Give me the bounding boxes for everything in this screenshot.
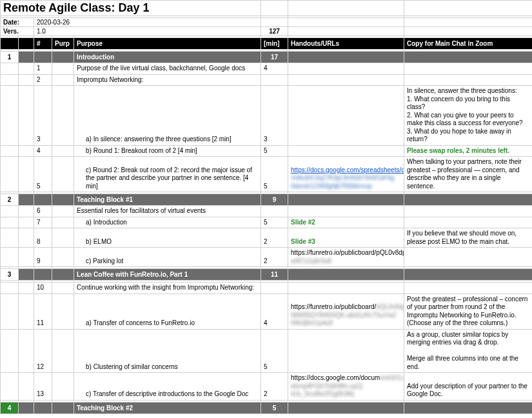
table-row: 3 a) In silence: answering the three que… — [1, 86, 533, 146]
handout-link[interactable]: Slide #2 — [288, 217, 404, 228]
copy-text: If you believe that we should move on, p… — [404, 228, 532, 248]
col-purp: Purp — [52, 38, 74, 50]
section-teaching-1: 2 Teaching Block #1 9 — [1, 194, 533, 206]
table-row: 6 Essential rules for facilitators of vi… — [1, 206, 533, 217]
table-row: 12 b) Clustering of similar concerns 5 A… — [1, 329, 533, 373]
copy-text: Add your description of your partner to … — [404, 373, 532, 401]
handout-link[interactable]: Slide #3 — [288, 228, 404, 248]
copy-text: Post the greatest – professional – conce… — [404, 294, 532, 329]
table-row: 5 c) Round 2: Break out room of 2: recor… — [1, 157, 533, 192]
column-header-row: # Purp Purpose [min] Handouts/URLs Copy … — [1, 38, 533, 50]
section-introduction: 1 Introduction 17 — [1, 52, 533, 63]
vers-label: Vers. — [1, 27, 34, 36]
handout-link[interactable]: https://docs.google.com/spreadsheets/d/1… — [288, 157, 404, 192]
table-row: 2 Impromptu Networking: — [1, 74, 533, 86]
table-row: 11 a) Transfer of concerns to FunRetro.i… — [1, 294, 533, 329]
copy-text: In silence, answer the three questions:1… — [404, 86, 532, 146]
page-title: Remote Agile Class: Day 1 — [1, 1, 261, 16]
table-row: 9 c) Parking lot 2 https://funretro.io/p… — [1, 248, 533, 267]
copy-text: When talking to your partners, note thei… — [404, 157, 532, 192]
handout-link[interactable]: https://funretro.io/publicboard/pQL0v8dp… — [288, 248, 404, 267]
copy-text: Please swap roles, 2 minutes left. — [404, 145, 532, 157]
handout-link[interactable]: https://funretro.io/publicboard/bQL0v8dp… — [288, 294, 404, 329]
handout-link[interactable]: https://docs.google.com/document/d/1LabC… — [288, 373, 404, 401]
table-row: 10 Continue working with the insight fro… — [1, 283, 533, 294]
vers-value: 1.0 — [34, 27, 261, 36]
table-row: 4 b) Round 1: Breakout room of 2 [4 min]… — [1, 145, 533, 157]
spreadsheet: Remote Agile Class: Day 1 Date: 2020-03-… — [0, 0, 532, 414]
col-copy: Copy for Main Chat in Zoom — [404, 38, 532, 50]
copy-text: As a group, cluster similar topics by me… — [404, 329, 532, 373]
col-handouts: Handouts/URLs — [288, 38, 404, 50]
table-row: 8 b) ELMO 2 Slide #3 If you believe that… — [1, 228, 533, 248]
section-lean-coffee: 3 Lean Coffee with FunRetro.io, Part 1 1… — [1, 269, 533, 281]
col-min: [min] — [261, 38, 288, 50]
col-num: # — [34, 38, 52, 50]
table-row: 13 c) Transfer of descriptive introducti… — [1, 373, 533, 401]
table-row: 1 Purpose of the live virtual class, bac… — [1, 63, 533, 75]
date-label: Date: — [1, 18, 34, 27]
col-purpose: Purpose — [74, 38, 261, 50]
table-row: 7 a) Introduction 5 Slide #2 — [1, 217, 533, 228]
total-minutes: 127 — [261, 27, 288, 36]
section-teaching-2: 4 Teaching Block #2 5 — [1, 402, 533, 413]
date-value: 2020-03-26 — [34, 18, 261, 27]
